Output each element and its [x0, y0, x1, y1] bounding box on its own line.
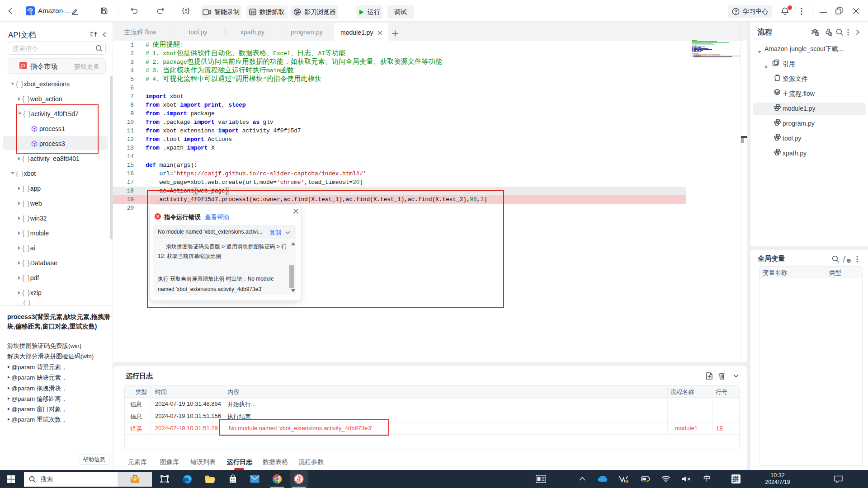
svg-text:f: f	[843, 256, 846, 263]
svg-text:G: G	[625, 479, 628, 483]
